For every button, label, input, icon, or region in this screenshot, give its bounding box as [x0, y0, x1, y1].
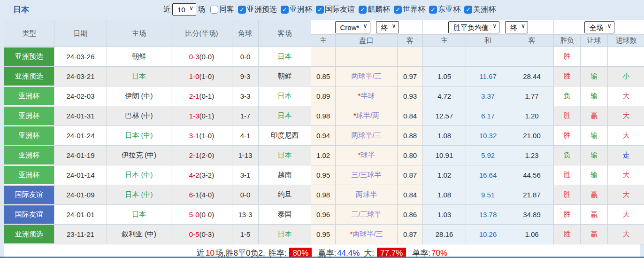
odds-time-select-wrap: 终 ∨ — [376, 21, 399, 33]
goals-result-text: 大 — [608, 86, 644, 106]
avg-away-odds: 44.56 — [510, 165, 554, 185]
competition-label: 麒麟杯 — [368, 5, 390, 15]
col-header-type: 类型 — [4, 20, 54, 47]
away-team: 日本 — [259, 225, 311, 244]
competition-filters: ✓亚洲预选✓亚洲杯✓国际友谊✓麒麟杯✓世界杯✓东亚杯✓美洲杯 — [234, 5, 496, 15]
avg-away-odds: 21.00 — [510, 126, 554, 146]
col-header-handicap: 盘口 — [336, 35, 398, 47]
goals-result-text: 大 — [608, 126, 644, 146]
same-venue-filter: 同客 — [207, 5, 234, 15]
avg-draw-odds: 11.67 — [466, 67, 510, 86]
checkbox-checked-icon[interactable]: ✓ — [316, 6, 324, 14]
col-header-odds-away: 客 — [398, 35, 423, 47]
score-main: 0-3 — [189, 53, 199, 61]
score-main: 1-3 — [189, 112, 199, 120]
avg-away-odds: 34.89 — [510, 205, 554, 225]
avg-home-odds: 4.72 — [423, 86, 466, 106]
col-header-handicap-result: 让球 — [581, 35, 608, 47]
result-text: 胜 — [554, 185, 581, 205]
result-text: 胜 — [554, 126, 581, 146]
table-row: 亚洲杯 24-01-24 日本 (中) 3-1(1-0) 4-1 印度尼西 0.… — [4, 126, 644, 146]
score-half: (1-0) — [199, 72, 215, 80]
avg-away-odds — [510, 47, 554, 67]
avg-away-odds: 1.20 — [510, 106, 554, 126]
home-team: 叙利亚 (中) — [107, 225, 171, 244]
summary-bar: 近 10 场,胜8平0负2, 胜率: 80% 赢率: 44.4% 大: 77.7… — [4, 244, 640, 258]
crow-away-odds: 0.87 — [398, 165, 423, 185]
corner-score: 3-3 — [232, 86, 259, 106]
corner-score: 1-5 — [232, 225, 259, 244]
checkbox-checked-icon[interactable]: ✓ — [429, 6, 437, 14]
corner-score: 9-3 — [232, 67, 259, 86]
score-main: 2-1 — [189, 92, 199, 100]
match-type-badge: 国际友谊 — [4, 205, 54, 224]
avg-home-odds: 1.02 — [423, 165, 466, 185]
score-main: 4-2 — [189, 171, 199, 179]
handicap-result-text: 赢 — [581, 106, 608, 126]
crow-away-odds: 0.80 — [398, 146, 423, 165]
match-date: 24-03-21 — [54, 67, 107, 86]
table-row: 国际友谊 24-01-01 日本 5-0(0-0) 13-3 泰国 0.96 三… — [4, 205, 644, 225]
crow-away-odds — [398, 47, 423, 67]
match-type-badge: 亚洲杯 — [4, 107, 54, 125]
avg-time-select[interactable]: 终 — [505, 21, 528, 33]
avg-away-odds: 28.44 — [510, 67, 554, 86]
avg-home-odds — [423, 47, 466, 67]
competition-filter: ✓世界杯 — [390, 5, 425, 15]
checkbox-checked-icon[interactable]: ✓ — [394, 6, 402, 14]
scope-select[interactable]: 全场 — [584, 21, 614, 33]
score-main: 3-1 — [189, 132, 199, 140]
crow-home-odds: 0.98 — [311, 185, 336, 205]
checkbox-checked-icon[interactable]: ✓ — [238, 6, 246, 14]
col-header-corner: 角球 — [232, 20, 259, 47]
same-venue-checkbox[interactable] — [210, 6, 218, 14]
goals-result-text: 大 — [608, 205, 644, 225]
score-half: (2-0) — [199, 151, 215, 159]
table-row: 亚洲预选 24-03-26 朝鲜 0-3(0-0) 0-0 日本 胜 — [4, 47, 644, 67]
match-date: 24-01-14 — [54, 165, 107, 185]
match-type-badge: 亚洲预选 — [4, 67, 54, 86]
avg-source-select[interactable]: 胜平负均值 — [448, 21, 499, 33]
recent-label: 近 — [163, 5, 171, 15]
away-team: 日本 — [259, 47, 311, 67]
away-team: 日本 — [259, 146, 311, 165]
competition-label: 国际友谊 — [325, 5, 355, 15]
table-row: 亚洲预选 23-11-21 叙利亚 (中) 0-5(0-3) 1-5 日本 0.… — [4, 225, 644, 244]
col-header-date: 日期 — [54, 20, 107, 47]
result-text: 胜 — [554, 205, 581, 225]
same-venue-label: 同客 — [219, 5, 234, 15]
competition-label: 美洲杯 — [473, 5, 496, 15]
score-half: (0-0) — [199, 53, 215, 61]
goals-result-text: 大 — [608, 225, 644, 244]
corner-score: 0-0 — [232, 185, 259, 205]
home-team: 朝鲜 — [107, 47, 171, 67]
home-team: 日本 (中) — [107, 126, 171, 146]
competition-label: 世界杯 — [403, 5, 425, 15]
table-row: 亚洲杯 24-02-03 伊朗 (中) 2-1(0-1) 3-3 日本 0.89… — [4, 86, 644, 106]
crow-home-odds: 0.95 — [311, 225, 336, 244]
handicap-result-text: 赢 — [581, 205, 608, 225]
table-row: 亚洲杯 24-01-31 巴林 (中) 1-3(0-1) 1-7 日本 0.98… — [4, 106, 644, 126]
corner-score: 4-1 — [232, 126, 259, 146]
avg-home-odds: 12.57 — [423, 106, 466, 126]
avg-draw-odds: 6.17 — [466, 106, 510, 126]
avg-away-odds: 1.23 — [510, 146, 554, 165]
checkbox-checked-icon[interactable]: ✓ — [359, 6, 367, 14]
checkbox-checked-icon[interactable]: ✓ — [464, 6, 472, 14]
crow-away-odds: 0.86 — [398, 205, 423, 225]
corner-score: 3-1 — [232, 165, 259, 185]
odds-source-select[interactable]: Crow* — [335, 21, 370, 33]
handicap-name: 两球半/三 — [351, 72, 381, 80]
avg-home-odds: 1.05 — [423, 67, 466, 86]
away-team: 朝鲜 — [259, 67, 311, 86]
recent-count-select[interactable]: 10 — [172, 3, 196, 16]
handicap-name: 三/三球半 — [351, 210, 381, 218]
corner-score: 0-0 — [232, 47, 259, 67]
table-row: 亚洲杯 24-01-14 日本 (中) 4-2(3-2) 3-1 越南 0.95… — [4, 165, 644, 185]
competition-filter: ✓东亚杯 — [425, 5, 460, 15]
checkbox-checked-icon[interactable]: ✓ — [281, 6, 289, 14]
match-date: 24-03-26 — [54, 47, 107, 67]
odds-time-select[interactable]: 终 — [376, 21, 399, 33]
handicap-result-text: 输 — [581, 86, 608, 106]
crow-home-odds: 0.96 — [311, 205, 336, 225]
